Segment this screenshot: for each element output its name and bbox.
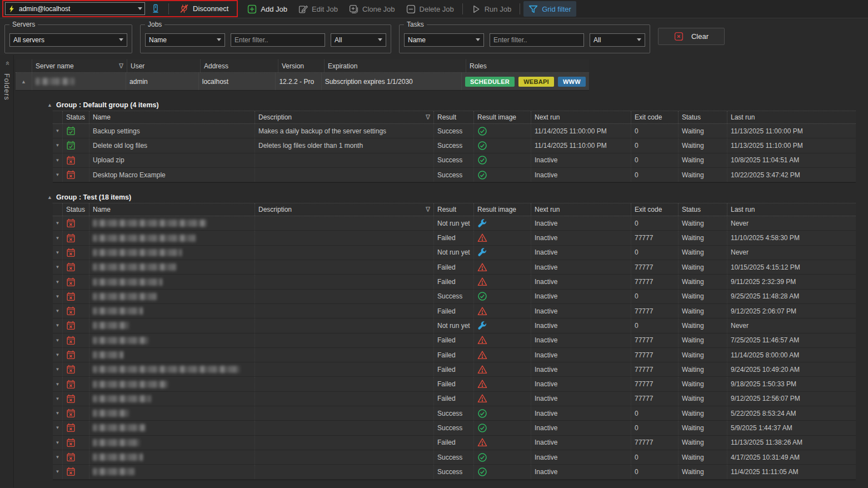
job-description-cell <box>255 304 433 318</box>
row-expander[interactable]: ▼ <box>53 406 62 420</box>
column-header-description[interactable]: Description∇ <box>255 203 433 216</box>
tasks-filter-input[interactable] <box>490 33 584 47</box>
sidebar-title[interactable]: Folders <box>3 73 11 101</box>
edit-job-button[interactable]: Edit Job <box>293 1 343 17</box>
job-row[interactable]: ▼Upload zipSuccessInactive0Waiting10/8/2… <box>53 153 856 168</box>
column-header-last-run[interactable]: Last run <box>727 203 856 216</box>
row-expander[interactable]: ▼ <box>53 333 62 347</box>
group-header-test[interactable]: ▲ Group : Test (18 items) <box>47 191 859 203</box>
row-expander[interactable]: ▼ <box>53 465 62 479</box>
disconnect-button[interactable]: Disconnect <box>174 1 233 17</box>
job-row[interactable]: ▼FailedInactive77777Waiting11/10/2025 4:… <box>53 231 856 245</box>
jobs-filter-field-select[interactable]: Name <box>145 33 225 47</box>
column-header-exit-code[interactable]: Exit code <box>631 203 678 216</box>
job-row[interactable]: ▼SuccessInactive0Waiting4/17/2025 10:31:… <box>53 450 856 465</box>
job-row[interactable]: ▼SuccessInactive0Waiting9/25/2025 11:48:… <box>53 290 856 304</box>
column-header-next-run[interactable]: Next run <box>531 203 631 216</box>
column-header-next-run[interactable]: Next run <box>531 111 631 123</box>
column-header-name[interactable]: Name <box>89 203 255 216</box>
row-expander[interactable]: ▼ <box>53 168 62 182</box>
row-expander[interactable]: ▼ <box>53 377 62 391</box>
job-row[interactable]: ▼SuccessInactive0Waiting5/9/2025 1:44:37… <box>53 421 856 435</box>
run-job-button[interactable]: Run Job <box>466 1 516 17</box>
job-row[interactable]: ▼FailedInactive77777Waiting10/15/2025 4:… <box>53 260 856 275</box>
redacted-job-name <box>93 263 176 271</box>
job-row[interactable]: ▼FailedInactive77777Waiting9/12/2025 12:… <box>53 392 856 406</box>
collapse-group-icon[interactable]: ▲ <box>47 195 52 200</box>
row-expander[interactable]: ▼ <box>53 436 62 450</box>
jobs-filter-scope-select[interactable]: All <box>331 33 386 47</box>
row-expander[interactable]: ▼ <box>53 246 62 260</box>
filter-funnel-icon[interactable]: ∇ <box>114 62 123 70</box>
server-row-expander[interactable]: ▲ <box>16 73 32 90</box>
column-header-last-run[interactable]: Last run <box>727 111 856 123</box>
job-row[interactable]: ▼FailedInactive77777Waiting9/12/2025 2:0… <box>53 304 856 318</box>
column-header-user[interactable]: User <box>127 59 200 72</box>
row-expander[interactable]: ▼ <box>53 153 62 167</box>
server-filter-select[interactable]: All servers <box>9 33 127 47</box>
group-header-default[interactable]: ▲ Group : Default group (4 items) <box>47 99 859 111</box>
job-name-cell <box>89 231 255 245</box>
job-row[interactable]: ▼SuccessInactive0Waiting11/4/2025 11:11:… <box>53 465 856 479</box>
job-row[interactable]: ▼Not run yetInactive0WaitingNever <box>53 246 856 260</box>
collapse-group-icon[interactable]: ▲ <box>47 102 52 108</box>
job-row[interactable]: ▼FailedInactive77777Waiting11/13/2025 11… <box>53 436 856 450</box>
server-row[interactable]: ▲ admin localhost 12.2.2 - Pro Subscript… <box>16 73 589 90</box>
job-row[interactable]: ▼Not run yetInactive0WaitingNever <box>53 216 856 231</box>
column-header-status[interactable]: Status <box>62 111 89 123</box>
job-row[interactable]: ▼FailedInactive77777Waiting9/18/2025 1:5… <box>53 377 856 391</box>
filter-funnel-icon[interactable]: ∇ <box>421 113 430 121</box>
calendar-x-icon <box>62 275 89 288</box>
column-header-status[interactable]: Status <box>678 111 727 123</box>
row-expander[interactable]: ▼ <box>53 362 62 376</box>
row-expander[interactable]: ▼ <box>53 304 62 318</box>
row-expander[interactable]: ▼ <box>53 231 62 245</box>
job-row[interactable]: ▼Desktop Macro ExampleSuccessInactive0Wa… <box>53 168 856 182</box>
job-row[interactable]: ▼FailedInactive77777Waiting9/11/2025 2:3… <box>53 275 856 289</box>
column-header-result[interactable]: Result <box>433 111 473 123</box>
row-expander[interactable]: ▼ <box>53 348 62 362</box>
job-row[interactable]: ▼FailedInactive77777Waiting9/24/2025 10:… <box>53 362 856 377</box>
expand-panel-icon[interactable]: » <box>2 62 11 65</box>
job-row[interactable]: ▼FailedInactive77777Waiting7/25/2025 11:… <box>53 333 856 348</box>
row-expander[interactable]: ▼ <box>53 275 62 288</box>
column-header-description[interactable]: Description∇ <box>255 111 433 123</box>
clone-job-button[interactable]: Clone Job <box>344 1 400 17</box>
row-expander[interactable]: ▼ <box>53 138 62 152</box>
clear-filters-button[interactable]: Clear <box>658 28 725 45</box>
add-job-button[interactable]: Add Job <box>242 1 292 17</box>
job-row[interactable]: ▼FailedInactive77777Waiting11/14/2025 8:… <box>53 348 856 362</box>
job-row[interactable]: ▼Delete old log filesDeletes log files o… <box>53 138 856 153</box>
row-expander[interactable]: ▼ <box>53 421 62 435</box>
tasks-filter-field-select[interactable]: Name <box>404 33 484 47</box>
server-status-button[interactable] <box>148 1 163 17</box>
row-expander[interactable]: ▼ <box>53 260 62 274</box>
row-expander[interactable]: ▼ <box>53 392 62 406</box>
tasks-filter-scope-select[interactable]: All <box>590 33 645 47</box>
grid-filter-button[interactable]: Grid filter <box>523 1 576 17</box>
column-header-address[interactable]: Address <box>200 59 278 72</box>
column-header-version[interactable]: Version <box>278 59 324 72</box>
column-header-result[interactable]: Result <box>433 203 473 216</box>
row-expander[interactable]: ▼ <box>53 450 62 464</box>
job-row[interactable]: ▼Backup settingsMakes a daily backup of … <box>53 124 856 138</box>
column-header-expiration[interactable]: Expiration <box>324 59 466 72</box>
column-header-roles[interactable]: Roles <box>466 59 589 72</box>
row-expander[interactable]: ▼ <box>53 216 62 230</box>
row-expander[interactable]: ▼ <box>53 318 62 332</box>
column-header-exit-code[interactable]: Exit code <box>631 111 678 123</box>
row-expander[interactable]: ▼ <box>53 290 62 303</box>
column-header-result-image[interactable]: Result image <box>473 203 531 216</box>
jobs-filter-input[interactable] <box>231 33 325 47</box>
column-header-status[interactable]: Status <box>678 203 727 216</box>
job-row[interactable]: ▼SuccessInactive0Waiting5/22/2025 8:53:2… <box>53 406 856 421</box>
connection-select[interactable]: admin@localhost <box>5 2 145 15</box>
column-header-name[interactable]: Name <box>89 111 255 123</box>
job-row[interactable]: ▼Not run yetInactive0WaitingNever <box>53 318 856 333</box>
column-header-result-image[interactable]: Result image <box>473 111 531 123</box>
delete-job-button[interactable]: Delete Job <box>401 1 459 17</box>
row-expander[interactable]: ▼ <box>53 124 62 138</box>
filter-funnel-icon[interactable]: ∇ <box>421 206 430 213</box>
column-header-status[interactable]: Status <box>62 203 89 216</box>
column-header-server-name[interactable]: Server name ∇ <box>32 59 127 72</box>
